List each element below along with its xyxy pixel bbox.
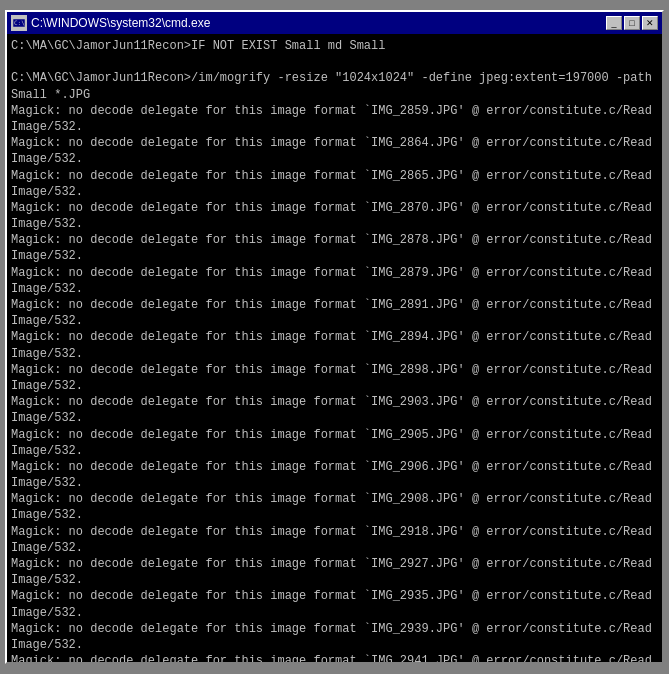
cmd-icon: C:\ [11,15,27,31]
terminal-output: C:\MA\GC\JamorJun11Recon>IF NOT EXIST Sm… [7,34,662,662]
maximize-button[interactable]: □ [624,16,640,30]
title-bar-left: C:\ C:\WINDOWS\system32\cmd.exe [11,15,210,31]
minimize-button[interactable]: _ [606,16,622,30]
title-bar: C:\ C:\WINDOWS\system32\cmd.exe _ □ ✕ [7,12,662,34]
cmd-window: C:\ C:\WINDOWS\system32\cmd.exe _ □ ✕ C:… [5,10,664,664]
window-title: C:\WINDOWS\system32\cmd.exe [31,16,210,30]
terminal-text: C:\MA\GC\JamorJun11Recon>IF NOT EXIST Sm… [11,38,658,662]
svg-text:C:\: C:\ [14,19,25,26]
close-button[interactable]: ✕ [642,16,658,30]
window-controls: _ □ ✕ [606,16,658,30]
